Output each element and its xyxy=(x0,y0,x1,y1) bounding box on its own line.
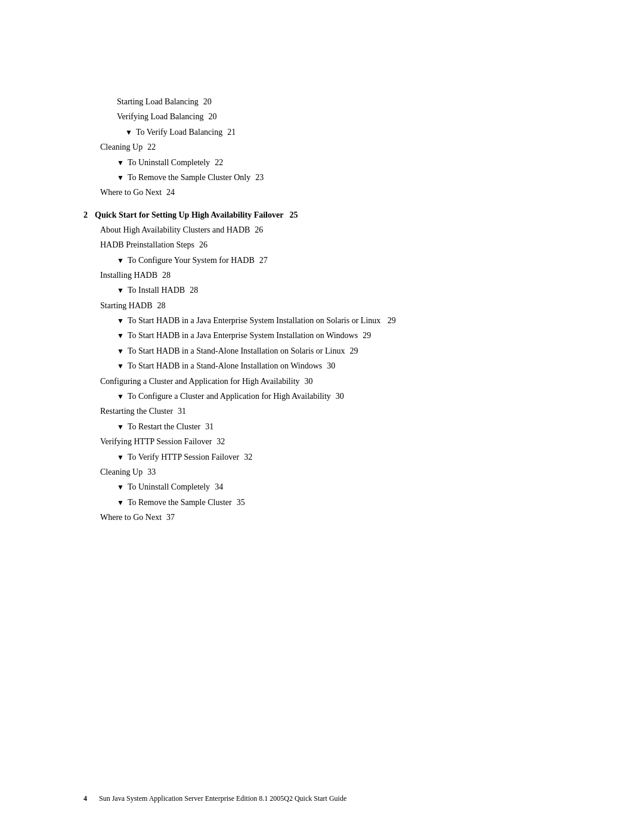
toc-entry-text: Where to Go Next xyxy=(100,186,162,199)
toc-entry-start-hadb-standalone-windows: ▼ To Start HADB in a Stand-Alone Install… xyxy=(83,360,561,373)
toc-page-num: 28 xyxy=(162,269,171,282)
toc-page-num: 33 xyxy=(147,466,156,479)
toc-page-num: 31 xyxy=(178,405,186,418)
toc-entry-to-restart-cluster: ▼ To Restart the Cluster 31 xyxy=(83,420,561,433)
toc-entry-to-uninstall-1: ▼ To Uninstall Completely 22 xyxy=(83,156,561,169)
toc-page-num: 30 xyxy=(336,390,344,403)
toc-entry-where-to-go-2: Where to Go Next 37 xyxy=(83,511,561,524)
toc-page-num: 26 xyxy=(199,239,208,252)
toc-entry-installing-hadb: Installing HADB 28 xyxy=(83,269,561,282)
toc-entry-about-ha: About High Availability Clusters and HAD… xyxy=(83,224,561,237)
toc-page-num: 23 xyxy=(255,171,264,184)
toc-entry-hadb-preinstall: HADB Preinstallation Steps 26 xyxy=(83,239,561,252)
toc-page-num: 37 xyxy=(166,511,175,524)
toc-page-num: 30 xyxy=(305,375,313,388)
chapter-2-heading: 2 Quick Start for Setting Up High Availa… xyxy=(83,210,561,220)
toc-entry-text: Cleaning Up xyxy=(100,466,143,479)
toc-entry-text: To Verify HTTP Session Failover xyxy=(128,451,239,464)
arrow-icon: ▼ xyxy=(117,157,124,169)
chapter-title: Quick Start for Setting Up High Availabi… xyxy=(95,210,283,220)
toc-entry-text: To Remove the Sample Cluster xyxy=(128,496,232,509)
toc-entry-text: To Install HADB xyxy=(128,284,185,297)
arrow-icon: ▼ xyxy=(117,315,124,327)
arrow-icon: ▼ xyxy=(117,482,124,493)
toc-page-num: 29 xyxy=(363,329,371,342)
footer: 4 Sun Java System Application Server Ent… xyxy=(0,794,644,803)
toc-bottom-entries: About High Availability Clusters and HAD… xyxy=(83,224,561,525)
toc-page-num: 22 xyxy=(215,156,223,169)
toc-entry-text: Verifying Load Balancing xyxy=(117,110,203,123)
toc-page-num: 22 xyxy=(147,141,156,154)
toc-page-num: 35 xyxy=(237,496,245,509)
toc-page-num: 32 xyxy=(244,451,252,464)
footer-text: Sun Java System Application Server Enter… xyxy=(99,794,561,803)
toc-page-num: 20 xyxy=(208,110,216,123)
toc-entry-cleaning-up-1: Cleaning Up 22 xyxy=(83,141,561,154)
arrow-icon: ▼ xyxy=(117,452,124,463)
chapter-number: 2 xyxy=(83,210,88,220)
toc-page-num: 20 xyxy=(203,95,212,109)
arrow-icon: ▼ xyxy=(117,391,124,402)
toc-entry-restarting-cluster: Restarting the Cluster 31 xyxy=(83,405,561,418)
toc-entry-cleaning-up-2: Cleaning Up 33 xyxy=(83,466,561,479)
toc-page-num: 28 xyxy=(190,284,198,297)
toc-entry-text: To Uninstall Completely xyxy=(128,156,210,169)
toc-entry-where-to-go-1: Where to Go Next 24 xyxy=(83,186,561,199)
toc-top-entries: Starting Load Balancing 20 Verifying Loa… xyxy=(83,95,561,200)
toc-entry-start-hadb-standalone-solaris: ▼ To Start HADB in a Stand-Alone Install… xyxy=(83,345,561,358)
toc-entry-start-hadb-jes-windows: ▼ To Start HADB in a Java Enterprise Sys… xyxy=(83,329,561,342)
toc-entry-text: To Remove the Sample Cluster Only xyxy=(128,171,250,184)
arrow-icon: ▼ xyxy=(117,172,124,184)
toc-entry-text: Starting Load Balancing xyxy=(117,95,199,109)
toc-entry-text: Starting HADB xyxy=(100,299,153,312)
toc-entry-text: To Configure Your System for HADB xyxy=(128,254,255,267)
toc-entry-text: To Restart the Cluster xyxy=(128,420,200,433)
toc-entry-starting-lb: Starting Load Balancing 20 xyxy=(83,95,561,109)
arrow-icon: ▼ xyxy=(117,422,124,433)
toc-entry-text: To Uninstall Completely xyxy=(128,481,210,494)
toc-page-num: 28 xyxy=(157,299,166,312)
arrow-icon: ▼ xyxy=(117,255,124,267)
toc-entry-text: To Verify Load Balancing xyxy=(136,126,222,139)
page: Starting Load Balancing 20 Verifying Loa… xyxy=(0,0,644,833)
toc-entry-verifying-http: Verifying HTTP Session Failover 32 xyxy=(83,435,561,448)
toc-entry-to-remove-sample-only: ▼ To Remove the Sample Cluster Only 23 xyxy=(83,171,561,184)
toc-entry-text: Installing HADB xyxy=(100,269,157,282)
toc-entry-text: Verifying HTTP Session Failover xyxy=(100,435,212,448)
toc-page-num: 34 xyxy=(215,481,223,494)
footer-page-number: 4 xyxy=(83,794,87,803)
toc-entry-text: Cleaning Up xyxy=(100,141,143,154)
arrow-icon: ▼ xyxy=(117,346,124,357)
toc-entry-text: To Start HADB in a Java Enterprise Syste… xyxy=(128,329,358,342)
toc-entry-to-install-hadb: ▼ To Install HADB 28 xyxy=(83,284,561,297)
arrow-icon: ▼ xyxy=(117,285,124,296)
arrow-icon: ▼ xyxy=(125,127,132,138)
toc-entry-text: To Configure a Cluster and Application f… xyxy=(128,390,331,403)
arrow-icon: ▼ xyxy=(117,361,124,372)
toc-entry-start-hadb-jes-solaris: ▼ To Start HADB in a Java Enterprise Sys… xyxy=(83,314,561,327)
chapter-page: 25 xyxy=(289,210,298,220)
toc-page-num: 24 xyxy=(166,186,175,199)
toc-page-num: 31 xyxy=(205,420,213,433)
toc-entry-to-configure-hadb: ▼ To Configure Your System for HADB 27 xyxy=(83,254,561,267)
toc-entry-to-remove-cluster: ▼ To Remove the Sample Cluster 35 xyxy=(83,496,561,509)
toc-page-num: 21 xyxy=(227,126,236,139)
toc-entry-text: About High Availability Clusters and HAD… xyxy=(100,224,250,237)
toc-page-num: 26 xyxy=(255,224,263,237)
toc-entry-text: Where to Go Next xyxy=(100,511,162,524)
toc-entry-to-uninstall-2: ▼ To Uninstall Completely 34 xyxy=(83,481,561,494)
toc-entry-configuring-cluster: Configuring a Cluster and Application fo… xyxy=(83,375,561,388)
toc-page-num: 29 xyxy=(388,316,396,325)
toc-entry-verifying-lb: Verifying Load Balancing 20 xyxy=(83,110,561,123)
toc-page-num: 27 xyxy=(259,254,268,267)
toc-page-num: 32 xyxy=(216,435,225,448)
arrow-icon: ▼ xyxy=(117,497,124,509)
toc-entry-text: Configuring a Cluster and Application fo… xyxy=(100,375,300,388)
toc-entry-text: To Start HADB in a Java Enterprise Syste… xyxy=(128,314,561,327)
toc-entry-text: Restarting the Cluster xyxy=(100,405,173,418)
toc-entry-starting-hadb: Starting HADB 28 xyxy=(83,299,561,312)
toc-entry-to-configure-cluster: ▼ To Configure a Cluster and Application… xyxy=(83,390,561,403)
toc-entry-text: To Start HADB in a Stand-Alone Installat… xyxy=(128,345,345,358)
toc-entry-text: To Start HADB in a Stand-Alone Installat… xyxy=(128,360,322,373)
toc-entry-to-verify-lb: ▼ To Verify Load Balancing 21 xyxy=(83,126,561,139)
